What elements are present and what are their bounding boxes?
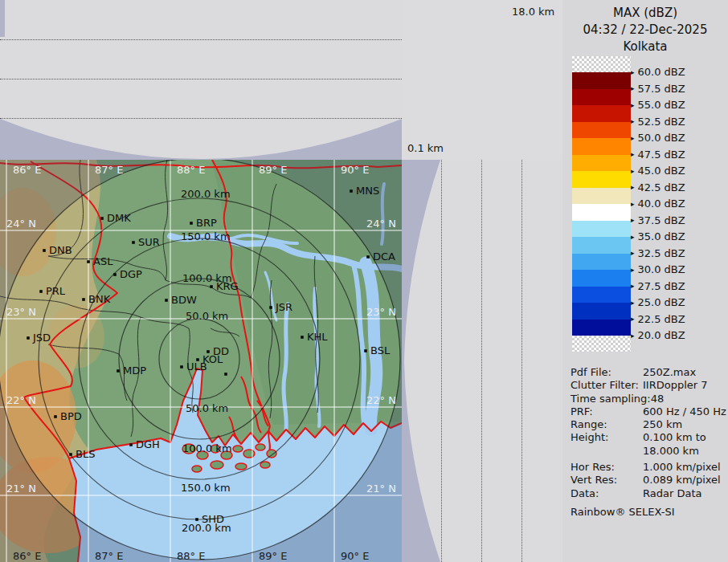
city-dot	[117, 369, 120, 373]
metadata-value: 600 Hz / 450 Hz	[643, 405, 726, 418]
city-dot	[350, 189, 353, 193]
metadata-label: Range:	[571, 418, 643, 431]
city-dot	[195, 518, 198, 521]
metadata-value: 250Z.max	[643, 366, 696, 379]
ew-projection-panel	[0, 0, 402, 160]
metadata-row: Clutter Filter:IIRDoppler 7	[571, 379, 726, 392]
software-brand: Rainbow® SELEX-SI	[571, 506, 726, 519]
colorbar-band	[572, 72, 631, 89]
lon-label-top: 86° E	[13, 164, 41, 176]
lon-label-bottom: 90° E	[341, 550, 369, 562]
tick-value: 55.0 dBZ	[638, 99, 685, 111]
colorbar-band	[572, 270, 631, 287]
city-dot	[165, 299, 168, 302]
tick-value: 45.0 dBZ	[638, 165, 685, 177]
colorbar-above-max	[572, 56, 631, 72]
colorbar-band	[572, 287, 631, 303]
colorbar-band	[572, 138, 631, 155]
city-label: SHD	[202, 513, 224, 525]
range-ring-label: 200.0 km	[181, 188, 231, 200]
metadata-row: Hor Res:1.000 km/pixel	[571, 461, 726, 474]
metadata-label: Hor Res:	[571, 461, 643, 474]
tick-value: 30.0 dBZ	[638, 263, 685, 275]
nodata-wedge	[0, 119, 402, 160]
metadata-label	[571, 445, 643, 458]
city-dot	[190, 222, 193, 225]
city-dot	[54, 415, 57, 418]
city-dot	[132, 241, 135, 244]
tick-value: 25.0 dBZ	[638, 296, 685, 308]
metadata-value: Radar Data	[643, 487, 701, 500]
tick-arrow-icon: ▸	[631, 315, 635, 323]
range-ring-label: 100.0 km	[182, 442, 232, 454]
dbz-tick: ▸30.0 dBZ	[631, 263, 685, 275]
city-label: BNK	[88, 293, 111, 305]
tick-arrow-icon: ▸	[631, 167, 635, 175]
product-title: MAX (dBZ)	[562, 5, 728, 22]
tick-arrow-icon: ▸	[631, 266, 635, 274]
lon-label-bottom: 87° E	[95, 550, 123, 562]
colorbar-band	[572, 204, 631, 221]
range-ring-label: 50.0 km	[186, 310, 228, 322]
lat-label-left: 24° N	[6, 218, 36, 230]
lon-label-bottom: 86° E	[13, 550, 41, 562]
dbz-tick: ▸25.0 dBZ	[631, 296, 685, 308]
city-label: SUR	[138, 236, 160, 248]
ns-projection-panel	[402, 160, 562, 562]
lat-label-left: 21° N	[6, 483, 36, 495]
metadata-label: Height:	[571, 431, 643, 444]
dbz-tick: ▸55.0 dBZ	[631, 99, 685, 111]
ew-projection-nodata	[0, 0, 402, 160]
lon-label-top: 87° E	[95, 164, 123, 176]
colorbar-below-min	[572, 336, 631, 352]
tick-arrow-icon: ▸	[631, 233, 635, 241]
nodata-wedge	[402, 160, 440, 562]
product-datetime: 04:32 / 22-Dec-2025	[562, 22, 728, 39]
city-dot	[301, 336, 304, 339]
lat-label-right: 22° N	[366, 394, 396, 406]
tick-value: 42.5 dBZ	[638, 181, 685, 193]
tick-value: 32.5 dBZ	[638, 247, 685, 259]
colorbar-band	[572, 171, 631, 188]
tick-arrow-icon: ▸	[631, 249, 635, 257]
metadata-row: Data:Radar Data	[571, 487, 726, 500]
city-dot	[129, 443, 133, 446]
metadata-label: Pdf File:	[571, 366, 643, 379]
tick-value: 27.5 dBZ	[638, 280, 685, 292]
city-label: JSD	[32, 332, 51, 344]
city-dot	[364, 349, 367, 352]
metadata-row: Range:250 km	[571, 418, 726, 431]
tick-arrow-icon: ▸	[631, 282, 635, 290]
city-dot	[87, 260, 90, 263]
colorbar-band	[572, 237, 631, 254]
dbz-tick: ▸37.5 dBZ	[631, 214, 685, 226]
lon-label-bottom: 88° E	[177, 550, 205, 562]
metadata-row: Vert Res:0.089 km/pixel	[571, 474, 726, 487]
tick-arrow-icon: ▸	[631, 150, 635, 158]
metadata-label: PRF:	[571, 405, 643, 418]
dbz-tick: ▸27.5 dBZ	[631, 280, 685, 292]
colorbar-band	[572, 303, 631, 320]
tick-arrow-icon: ▸	[631, 68, 635, 76]
city-dot	[113, 273, 117, 276]
city-label: DCA	[373, 250, 395, 263]
dbz-tick: ▸35.0 dBZ	[631, 230, 685, 242]
lat-label-right: 21° N	[366, 483, 396, 495]
city-dot	[27, 336, 30, 340]
range-ring-label: 50.0 km	[186, 402, 228, 414]
nodata-strip	[0, 0, 5, 37]
dbz-tick: ▸47.5 dBZ	[631, 149, 685, 161]
colorbar-band	[572, 155, 631, 172]
metadata-value: 0.089 km/pixel	[643, 474, 721, 487]
city-label: DGH	[136, 438, 160, 450]
tick-arrow-icon: ▸	[631, 332, 635, 340]
city-label: PRL	[46, 285, 66, 297]
range-ring-label: 150.0 km	[181, 230, 231, 242]
tick-arrow-icon: ▸	[631, 200, 635, 208]
city-dot	[69, 453, 72, 456]
radar-display-window: 18.0 km 0.1 km	[0, 0, 728, 562]
lon-label-top: 90° E	[341, 164, 369, 176]
metadata-value: 0.100 km to	[643, 431, 706, 444]
colorbar-band	[572, 254, 631, 271]
metadata-row: 18.000 km	[571, 445, 726, 458]
